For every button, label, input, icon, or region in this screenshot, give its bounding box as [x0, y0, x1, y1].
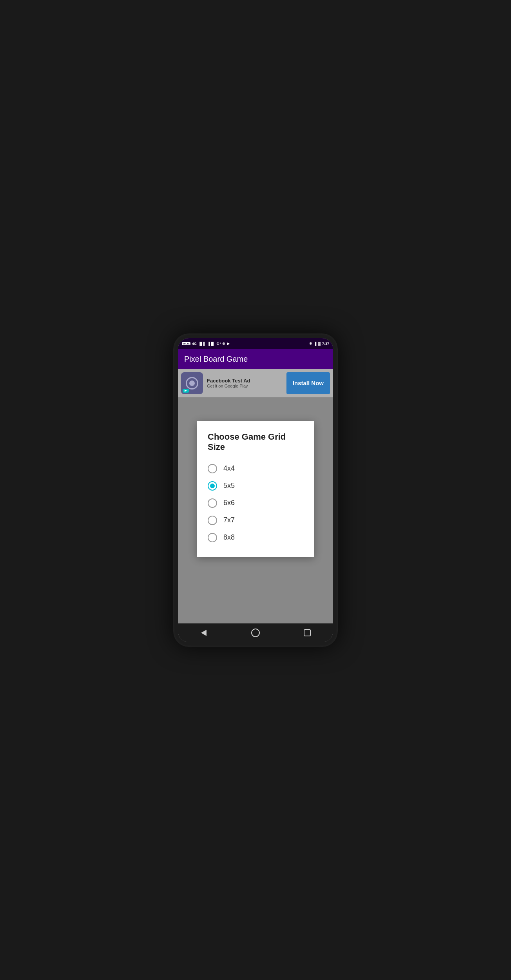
radio-option-6x6[interactable]: 6x6	[208, 495, 303, 512]
recents-icon	[304, 629, 311, 636]
back-icon	[201, 630, 207, 636]
radio-button-7x7[interactable]	[208, 516, 217, 525]
play-icon: ▶	[227, 342, 230, 346]
status-left: VoLTE 4G ▐▌▌ ▐▐▌ ⊙¹ ⊜ ▶	[182, 342, 230, 346]
battery-icon: ▓	[318, 342, 321, 346]
google-play-badge	[183, 389, 189, 393]
radio-label-7x7: 7x7	[223, 516, 235, 524]
back-button[interactable]	[196, 625, 212, 641]
home-icon	[251, 629, 260, 637]
radio-button-4x4[interactable]	[208, 464, 217, 473]
network-indicator: 4G	[192, 342, 197, 346]
signal-bars-1: ▐▌▌	[198, 342, 206, 346]
ad-text-area: Facebook Test Ad Get it on Google Play	[207, 378, 283, 388]
recents-button[interactable]	[299, 625, 315, 641]
signal-bars-2: ▐▐▌	[207, 342, 215, 346]
radio-option-4x4[interactable]: 4x4	[208, 460, 303, 477]
ad-icon-figure	[189, 380, 195, 386]
ad-icon-ring	[186, 377, 198, 389]
radio-label-6x6: 6x6	[223, 499, 235, 507]
radio-label-5x5: 5x5	[223, 482, 235, 490]
time-display: 7:37	[322, 342, 329, 346]
status-right: ❄ ▐ ▓ 7:37	[309, 342, 329, 346]
phone-screen: VoLTE 4G ▐▌▌ ▐▐▌ ⊙¹ ⊜ ▶ ❄ ▐ ▓ 7:37 Pixel…	[178, 338, 333, 642]
app-bar: Pixel Board Game	[178, 349, 333, 369]
ad-banner: Facebook Test Ad Get it on Google Play I…	[178, 369, 333, 397]
home-button[interactable]	[248, 625, 263, 641]
radio-option-5x5[interactable]: 5x5	[208, 477, 303, 495]
install-now-button[interactable]: Install Now	[286, 372, 330, 394]
bluetooth-icon: ❄	[309, 342, 312, 346]
radio-label-4x4: 4x4	[223, 464, 235, 473]
radio-button-6x6[interactable]	[208, 498, 217, 508]
phone-frame: VoLTE 4G ▐▌▌ ▐▐▌ ⊙¹ ⊜ ▶ ❄ ▐ ▓ 7:37 Pixel…	[173, 333, 338, 647]
radio-label-8x8: 8x8	[223, 533, 235, 542]
app-title: Pixel Board Game	[184, 355, 248, 363]
ad-title: Facebook Test Ad	[207, 378, 283, 384]
radio-option-8x8[interactable]: 8x8	[208, 529, 303, 546]
radio-option-7x7[interactable]: 7x7	[208, 512, 303, 529]
main-content: Choose Game Grid Size 4x4 5x5 6x6	[178, 397, 333, 623]
ad-subtitle: Get it on Google Play	[207, 384, 283, 388]
radio-selected-indicator	[210, 484, 215, 488]
grid-size-dialog: Choose Game Grid Size 4x4 5x5 6x6	[197, 421, 314, 557]
radio-button-8x8[interactable]	[208, 533, 217, 542]
nav-bar	[178, 623, 333, 642]
radio-button-5x5[interactable]	[208, 481, 217, 491]
vibrate-icon: ▐	[314, 342, 316, 346]
dialog-title: Choose Game Grid Size	[208, 432, 303, 452]
play-triangle-icon	[185, 389, 187, 392]
ad-app-icon	[181, 372, 203, 394]
volte-badge: VoLTE	[182, 342, 190, 345]
status-bar: VoLTE 4G ▐▌▌ ▐▐▌ ⊙¹ ⊜ ▶ ❄ ▐ ▓ 7:37	[178, 338, 333, 349]
cast-icon: ⊜	[222, 342, 225, 346]
wifi-icon: ⊙¹	[216, 342, 221, 346]
